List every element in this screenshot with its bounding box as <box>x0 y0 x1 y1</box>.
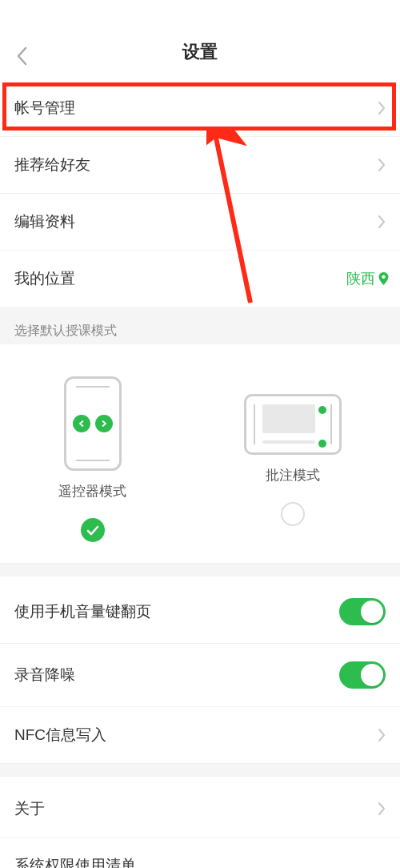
nfc-write-label: NFC信息写入 <box>14 725 378 745</box>
remote-mode-label: 遥控器模式 <box>58 482 126 500</box>
annotate-mode-icon <box>244 394 342 455</box>
account-management-label: 帐号管理 <box>14 98 378 119</box>
chevron-right-icon <box>378 215 386 229</box>
remote-mode-option[interactable]: 遥控器模式 <box>58 376 126 542</box>
volume-keys-toggle[interactable] <box>339 598 386 625</box>
radio-unselected-icon <box>281 502 305 526</box>
section-gap <box>0 764 400 777</box>
volume-keys-page-item: 使用手机音量键翻页 <box>0 581 400 644</box>
chevron-right-icon <box>378 802 386 816</box>
radio-selected-icon <box>81 518 105 542</box>
chevron-right-icon <box>378 101 386 115</box>
page-title: 设置 <box>182 40 218 64</box>
recommend-to-friends-item[interactable]: 推荐给好友 <box>0 137 400 194</box>
noise-reduction-toggle[interactable] <box>339 661 386 689</box>
about-item[interactable]: 关于 <box>0 781 400 838</box>
my-location-label: 我的位置 <box>14 268 346 289</box>
section-gap <box>0 564 400 577</box>
about-label: 关于 <box>14 798 378 819</box>
mode-section-label: 选择默认授课模式 <box>0 307 400 344</box>
system-permissions-item[interactable]: 系统权限使用清单 <box>0 838 400 868</box>
recommend-label: 推荐给好友 <box>14 155 378 175</box>
header: 设置 <box>0 0 400 76</box>
edit-profile-label: 编辑资料 <box>14 211 378 232</box>
system-permissions-label: 系统权限使用清单 <box>14 855 386 868</box>
noise-reduction-label: 录音降噪 <box>14 665 339 685</box>
location-value: 陕西 <box>346 269 389 288</box>
remote-mode-icon <box>64 376 122 471</box>
chevron-right-icon <box>378 158 386 172</box>
volume-keys-label: 使用手机音量键翻页 <box>14 601 339 622</box>
chevron-left-icon <box>15 46 28 66</box>
nfc-write-item[interactable]: NFC信息写入 <box>0 707 400 764</box>
my-location-item[interactable]: 我的位置 陕西 <box>0 251 400 307</box>
edit-profile-item[interactable]: 编辑资料 <box>0 194 400 251</box>
annotate-mode-label: 批注模式 <box>266 466 320 484</box>
annotate-mode-option[interactable]: 批注模式 <box>244 376 342 542</box>
mode-section: 遥控器模式 批注模式 <box>0 344 400 564</box>
account-management-item[interactable]: 帐号管理 <box>0 80 400 137</box>
circle-right-icon <box>95 415 113 432</box>
back-button[interactable] <box>10 44 34 68</box>
noise-reduction-item: 录音降噪 <box>0 644 400 707</box>
chevron-right-icon <box>378 728 386 742</box>
settings-list-1: 帐号管理 推荐给好友 编辑资料 我的位置 陕西 <box>0 80 400 307</box>
circle-left-icon <box>73 415 90 432</box>
location-text: 陕西 <box>346 269 375 288</box>
location-pin-icon <box>378 272 389 285</box>
settings-list-3: 关于 系统权限使用清单 <box>0 781 400 868</box>
settings-list-2: 使用手机音量键翻页 录音降噪 NFC信息写入 <box>0 581 400 764</box>
